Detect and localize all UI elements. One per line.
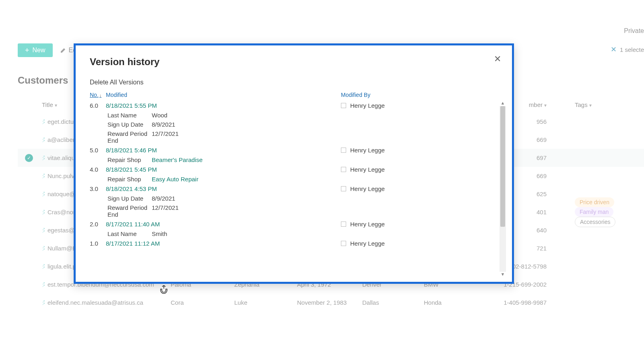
detail-key: Repair Shop — [107, 176, 152, 183]
detail-value: 12/7/2021 — [152, 130, 179, 144]
version-modified-by: Henry Legge — [350, 102, 385, 109]
version-detail: Sign Up Date8/9/2021 — [107, 120, 510, 129]
version-modified-by: Henry Legge — [350, 166, 385, 173]
version-detail: Repair ShopBeamer's Paradise — [107, 155, 510, 164]
presence-icon — [341, 222, 346, 227]
dialog-scrollbar[interactable]: ▲ ▼ — [500, 101, 506, 277]
sort-desc-icon: ↓ — [99, 93, 102, 98]
version-row: 6.08/18/2021 5:55 PMHenry Legge — [90, 101, 510, 111]
version-modified-by: Henry Legge — [350, 147, 385, 154]
close-icon: ✕ — [494, 54, 501, 64]
scroll-down-icon[interactable]: ▼ — [500, 272, 506, 277]
detail-value[interactable]: Easy Auto Repair — [152, 176, 198, 183]
version-columns: No.↓ Modified Modified By — [90, 92, 510, 98]
detail-key: Last Name — [107, 230, 152, 237]
version-number: 5.0 — [90, 147, 106, 154]
detail-value: Wood — [152, 112, 167, 119]
presence-icon — [341, 186, 346, 191]
presence-icon — [341, 148, 346, 153]
detail-value: Smith — [152, 230, 167, 237]
version-number: 1.0 — [90, 240, 106, 247]
detail-key: Reward Period End — [107, 204, 152, 218]
detail-key: Last Name — [107, 112, 152, 119]
version-number: 6.0 — [90, 102, 106, 109]
version-modified-by: Henry Legge — [350, 240, 385, 247]
detail-value: 8/9/2021 — [152, 195, 175, 202]
version-row: 5.08/18/2021 5:46 PMHenry Legge — [90, 145, 510, 155]
presence-icon — [341, 241, 346, 246]
version-modified-link[interactable]: 8/18/2021 4:53 PM — [106, 185, 157, 192]
detail-key: Reward Period End — [107, 130, 152, 144]
version-detail: Reward Period End12/7/2021 — [107, 203, 510, 219]
version-modified-link[interactable]: 8/18/2021 5:55 PM — [106, 102, 157, 109]
version-detail: Last NameSmith — [107, 229, 510, 238]
col-no[interactable]: No.↓ — [90, 92, 106, 98]
version-detail: Reward Period End12/7/2021 — [107, 129, 510, 145]
version-row: 2.08/17/2021 11:40 AMHenry Legge — [90, 219, 510, 229]
col-modified[interactable]: Modified — [106, 92, 341, 98]
detail-key: Repair Shop — [107, 156, 152, 163]
version-modified-link[interactable]: 8/18/2021 5:45 PM — [106, 166, 157, 173]
version-row: 3.08/18/2021 4:53 PMHenry Legge — [90, 184, 510, 194]
version-modified-by: Henry Legge — [350, 185, 385, 192]
version-modified-by: Henry Legge — [350, 221, 385, 228]
detail-value[interactable]: Beamer's Paradise — [152, 156, 202, 163]
version-modified-link[interactable]: 8/17/2021 11:12 AM — [106, 240, 160, 247]
version-modified-link[interactable]: 8/17/2021 11:40 AM — [106, 221, 160, 228]
version-number: 2.0 — [90, 221, 106, 228]
detail-key: Sign Up Date — [107, 121, 152, 128]
delete-all-versions-link[interactable]: Delete All Versions — [90, 79, 143, 86]
scroll-thumb[interactable] — [500, 106, 505, 227]
col-modified-by[interactable]: Modified By — [341, 92, 370, 98]
version-number: 4.0 — [90, 166, 106, 173]
dialog-title: Version history — [90, 56, 510, 68]
version-detail: Sign Up Date8/9/2021 — [107, 194, 510, 203]
version-number: 3.0 — [90, 185, 106, 192]
close-button[interactable]: ✕ — [494, 54, 501, 64]
scroll-up-icon[interactable]: ▲ — [500, 101, 506, 106]
version-row: 1.08/17/2021 11:12 AMHenry Legge — [90, 238, 510, 248]
version-detail: Last NameWood — [107, 111, 510, 120]
version-row: 4.08/18/2021 5:45 PMHenry Legge — [90, 164, 510, 174]
detail-value: 8/9/2021 — [152, 121, 175, 128]
presence-icon — [341, 167, 346, 172]
modal-overlay: Version history ✕ Delete All Versions No… — [0, 0, 644, 361]
presence-icon — [341, 103, 346, 108]
version-modified-link[interactable]: 8/18/2021 5:46 PM — [106, 147, 157, 154]
version-history-dialog: Version history ✕ Delete All Versions No… — [74, 43, 514, 284]
detail-value: 12/7/2021 — [152, 204, 179, 218]
version-detail: Repair ShopEasy Auto Repair — [107, 174, 510, 184]
detail-key: Sign Up Date — [107, 195, 152, 202]
